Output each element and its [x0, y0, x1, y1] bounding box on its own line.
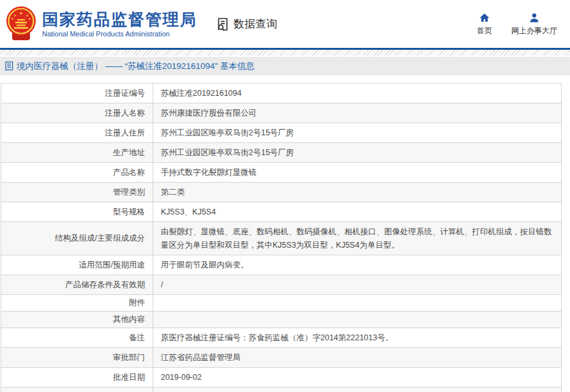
row-label-text: 注册证编号: [105, 88, 146, 99]
table-row: 注册人住所苏州工业园区唯亭双马街2号15号厂房: [1, 123, 561, 143]
hatch-band: [0, 50, 570, 56]
row-label-text: 适用范围/预期用途: [79, 260, 145, 271]
svg-text:★: ★: [28, 17, 31, 20]
row-label: 产品储存条件及有效期: [1, 275, 153, 294]
table-row: 型号规格KJ5S3、KJ5S4: [1, 202, 561, 222]
table-row: 审批部门江苏省药品监督管理局: [1, 348, 561, 368]
row-value: 由裂隙灯、显微镜、底座、数码相机、数码摄像机、相机接口、图像处理系统、计算机、打…: [153, 222, 561, 255]
row-label-text: 注册人名称: [105, 108, 146, 119]
row-label-text: 产品名称: [113, 167, 145, 178]
site-logo: ★ ★ ★ ★ ★ 国家药品监督管理局 National Medical Pro…: [5, 6, 197, 43]
table-row: 管理类别第二类: [1, 183, 561, 202]
row-label: 备注: [1, 328, 153, 347]
nav-service-hall[interactable]: 网上办事大厅: [511, 12, 557, 36]
table-row: 注册证编号苏械注准20192161094: [1, 84, 561, 103]
top-nav: 首页 网上办事大厅: [477, 12, 561, 36]
national-emblem-icon: ★ ★ ★ ★ ★: [5, 6, 37, 43]
site-subtitle: National Medical Products Administration: [42, 30, 197, 38]
site-title-block: 国家药品监督管理局 National Medical Products Admi…: [42, 10, 197, 38]
row-label-text: 生产地址: [113, 147, 145, 158]
svg-text:★: ★: [13, 13, 17, 17]
row-label-text: 管理类别: [113, 187, 145, 198]
svg-text:★: ★: [11, 17, 14, 20]
table-row: 注册人名称苏州康捷医疗股份有限公司: [1, 103, 561, 123]
row-label: 附件: [1, 295, 153, 311]
nav-service-hall-label: 网上办事大厅: [511, 26, 557, 36]
row-label-text: 结构及组成/主要组成成分: [55, 233, 145, 244]
row-label: 适用范围/预期用途: [1, 255, 153, 275]
row-label: 有效期至: [1, 388, 153, 392]
nav-home[interactable]: 首页: [477, 12, 492, 36]
row-value: 2019-09-02: [153, 368, 561, 387]
table-row: 备注原医疗器械注册证编号：苏食药监械（准）字2014第2221013号。: [1, 328, 561, 348]
row-label: 注册证编号: [1, 84, 153, 103]
row-label-text: 注册人住所: [105, 128, 146, 139]
table-row: 产品储存条件及有效期/: [1, 275, 561, 295]
row-value: /: [153, 275, 561, 294]
table-row: 批准日期2019-09-02: [1, 368, 561, 388]
page-header: ★ ★ ★ ★ ★ 国家药品监督管理局 National Medical Pro…: [0, 0, 570, 48]
row-label: 型号规格: [1, 202, 153, 222]
table-row: 适用范围/预期用途用于眼前节及眼内病变。: [1, 255, 561, 275]
row-label: 批准日期: [1, 368, 153, 387]
info-table: 注册证编号苏械注准20192161094注册人名称苏州康捷医疗股份有限公司注册人…: [1, 83, 562, 392]
breadcrumb: 境内医疗器械（注册） —— “苏械注准20192161094” 基本信息: [0, 57, 570, 75]
table-row: 有效期至2024-09-01: [1, 388, 561, 392]
row-label: 产品名称: [1, 163, 153, 182]
row-label: 审批部门: [1, 348, 153, 367]
table-row: 产品名称手持式数字化裂隙灯显微镜: [1, 163, 561, 183]
table-row: 生产地址苏州工业园区唯亭双马街2号15号厂房: [1, 143, 561, 163]
table-row: 结构及组成/主要组成成分由裂隙灯、显微镜、底座、数码相机、数码摄像机、相机接口、…: [1, 222, 561, 255]
row-label: 其他内容: [1, 312, 153, 328]
row-value: 苏械注准20192161094: [153, 84, 561, 103]
row-value: [153, 312, 561, 328]
site-title: 国家药品监督管理局: [42, 10, 197, 29]
row-label: 管理类别: [1, 183, 153, 202]
row-label: 注册人名称: [1, 103, 153, 123]
breadcrumb-text: 境内医疗器械（注册） —— “苏械注准20192161094” 基本信息: [17, 61, 255, 72]
row-label-text: 备注: [129, 333, 145, 343]
row-label: 注册人住所: [1, 123, 153, 142]
row-label-text: 型号规格: [113, 207, 145, 218]
row-value: 原医疗器械注册证编号：苏食药监械（准）字2014第2221013号。: [153, 328, 561, 347]
row-value: 苏州工业园区唯亭双马街2号15号厂房: [153, 143, 561, 162]
row-value: 苏州康捷医疗股份有限公司: [153, 103, 561, 123]
row-value: 江苏省药品监督管理局: [153, 348, 561, 367]
row-label: 结构及组成/主要组成成分: [1, 222, 153, 255]
data-query-icon: [215, 17, 230, 32]
nav-home-label: 首页: [477, 26, 492, 36]
row-value: 第二类: [153, 183, 561, 202]
data-query-entry[interactable]: 数据查询: [215, 17, 277, 32]
row-value: 苏州工业园区唯亭双马街2号15号厂房: [153, 123, 561, 142]
row-value: 2024-09-01: [153, 388, 561, 392]
home-icon: [479, 12, 490, 24]
document-icon: [5, 61, 13, 71]
person-icon: [529, 12, 540, 24]
table-row: 附件: [1, 295, 561, 312]
row-value: [153, 295, 561, 311]
row-label-text: 产品储存条件及有效期: [65, 280, 145, 290]
table-row: 其他内容: [1, 312, 561, 328]
row-value: KJ5S3、KJ5S4: [153, 202, 561, 222]
data-query-label: 数据查询: [234, 17, 277, 31]
row-value: 手持式数字化裂隙灯显微镜: [153, 163, 561, 182]
svg-text:★: ★: [19, 10, 23, 15]
row-label-text: 审批部门: [113, 352, 145, 363]
row-value: 用于眼前节及眼内病变。: [153, 255, 561, 275]
row-label-text: 附件: [129, 298, 145, 308]
row-label-text: 批准日期: [113, 372, 145, 383]
row-label-text: 其他内容: [113, 314, 145, 325]
row-label: 生产地址: [1, 143, 153, 162]
